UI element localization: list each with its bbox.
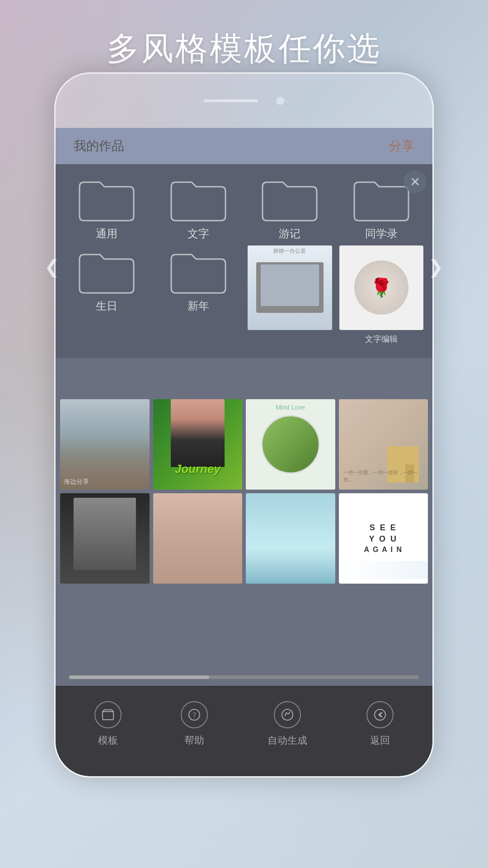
see-you-line2: Y O U <box>369 534 398 544</box>
svg-text:?: ? <box>193 711 196 719</box>
nav-arrow-right[interactable]: ❯ <box>425 249 447 285</box>
thumbnail-dark-fashion[interactable] <box>60 493 150 584</box>
folder-general[interactable]: 通用 <box>65 173 149 241</box>
folder-icon-newyear <box>167 245 230 295</box>
folder-general-label: 通用 <box>96 226 117 241</box>
phone-speaker <box>204 99 258 102</box>
scroll-indicator <box>69 675 209 679</box>
template-icon <box>94 701 122 728</box>
nav-auto-label: 自动生成 <box>267 734 307 747</box>
folder-birthday[interactable]: 生日 <box>65 245 149 344</box>
folder-travel-label: 游记 <box>279 226 300 241</box>
see-you-line3: A G A I N <box>364 546 403 554</box>
folder-newyear[interactable]: 新年 <box>156 245 241 344</box>
folder-newyear-label: 新年 <box>188 299 209 313</box>
folder-row-1: 通用 文字 游记 <box>65 173 423 241</box>
folder-row-2: 生日 新年 静静一办公室 <box>65 245 423 344</box>
nav-item-template[interactable]: 模板 <box>94 701 122 747</box>
bottom-nav: 模板 ? 帮助 自动生成 <box>56 686 432 776</box>
literary-template-image: 🌹 <box>339 245 424 330</box>
auto-icon <box>274 701 301 728</box>
back-icon <box>366 701 394 728</box>
thumbnail-girl-portrait[interactable] <box>153 493 243 584</box>
header-title: 我的作品 <box>74 137 124 155</box>
nav-item-auto[interactable]: 自动生成 <box>267 701 307 747</box>
app-content: 我的作品 分享 ✕ 通用 <box>56 128 432 776</box>
svg-point-3 <box>282 709 293 720</box>
folder-icon-travel <box>258 173 321 223</box>
scroll-bar[interactable] <box>69 675 419 679</box>
help-icon: ? <box>181 701 208 728</box>
nav-template-label: 模板 <box>98 734 118 747</box>
thumbnail-journey[interactable]: Journey <box>153 399 243 490</box>
folder-birthday-label: 生日 <box>96 299 117 313</box>
folder-office[interactable]: 静静一办公室 <box>248 245 332 344</box>
thumbnail-water[interactable] <box>246 493 335 584</box>
close-button[interactable]: ✕ <box>404 170 426 193</box>
nav-item-back[interactable]: 返回 <box>366 701 394 747</box>
app-header: 我的作品 分享 <box>56 128 432 164</box>
thumbnails-section: 海边分享 Journey Mind Love <box>56 395 432 587</box>
office-template-image: 静静一办公室 <box>248 245 332 330</box>
template-popup: ✕ 通用 文字 <box>56 164 432 358</box>
nav-help-label: 帮助 <box>184 734 204 747</box>
folder-text[interactable]: 文字 <box>156 173 241 241</box>
folder-classmates-label: 同学录 <box>365 226 398 241</box>
svg-rect-0 <box>103 712 113 720</box>
thumb-row-1: 海边分享 Journey Mind Love <box>60 399 428 490</box>
folder-icon-text <box>167 173 230 223</box>
phone-camera <box>276 97 284 105</box>
phone-top <box>56 74 432 128</box>
see-you-line1: S E E <box>370 523 397 533</box>
share-button[interactable]: 分享 <box>389 137 414 155</box>
folder-icon-general <box>75 173 138 223</box>
thumb-cliff-label: 海边分享 <box>64 478 89 486</box>
folder-literary[interactable]: 🌹 文字编辑 <box>339 245 424 344</box>
nav-item-help[interactable]: ? 帮助 <box>181 701 208 747</box>
thumbnail-see-you-again[interactable]: S E E Y O U A G A I N <box>339 493 428 584</box>
folder-text-label: 文字 <box>188 226 209 241</box>
thumb-row-2: S E E Y O U A G A I N <box>60 493 428 584</box>
thumbnail-circle[interactable]: Mind Love <box>246 399 335 490</box>
folder-literary-label: 文字编辑 <box>365 334 398 344</box>
thumbnail-danbo[interactable]: 一些一些爱，一些一些诗，一些一些... <box>339 399 428 490</box>
thumbnail-journey-text: Journey <box>175 462 221 476</box>
folder-travel[interactable]: 游记 <box>248 173 332 241</box>
page-title: 多风格模板任你选 <box>0 27 488 71</box>
folder-icon-birthday <box>75 245 138 295</box>
thumbnail-cliff[interactable]: 海边分享 <box>60 399 150 490</box>
phone-frame: 我的作品 分享 ✕ 通用 <box>54 72 434 778</box>
nav-back-label: 返回 <box>370 734 390 747</box>
nav-arrow-left[interactable]: ❮ <box>41 249 63 285</box>
